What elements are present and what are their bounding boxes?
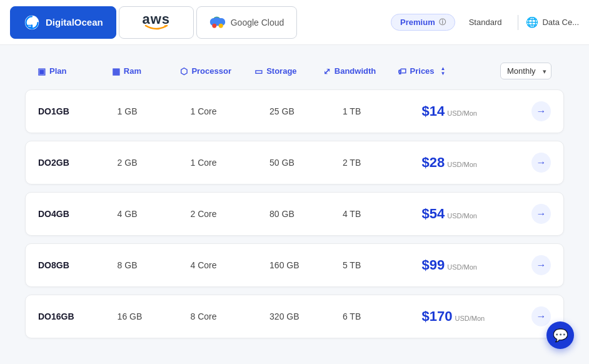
header-bandwidth-label: Bandwidth <box>335 66 376 76</box>
standard-label: Standard <box>469 18 502 27</box>
plan-details-arrow[interactable]: → <box>531 255 551 275</box>
plan-processor: 2 Core <box>190 209 269 219</box>
header-plan-label: Plan <box>49 66 66 76</box>
plan-price: $54 USD/Mon <box>422 206 531 222</box>
header-ram-label: Ram <box>124 66 141 76</box>
price-unit: USD/Mon <box>447 161 477 168</box>
plan-bandwidth: 1 TB <box>343 106 422 116</box>
data-center-button[interactable]: 🌐 Data Ce... <box>526 16 579 28</box>
data-center-label: Data Ce... <box>542 18 579 27</box>
header-storage-label: Storage <box>266 66 296 76</box>
plan-name: DO8GB <box>38 260 118 270</box>
plan-bandwidth: 5 TB <box>343 260 422 270</box>
svg-point-2 <box>212 23 216 28</box>
table-row: DO4GB 4 GB 2 Core 80 GB 4 TB $54 USD/Mon… <box>25 192 564 236</box>
plan-bandwidth: 2 TB <box>343 158 422 168</box>
prices-icon: 🏷 <box>398 66 406 76</box>
plan-ram: 16 GB <box>118 311 191 321</box>
plan-bandwidth: 6 TB <box>343 311 422 321</box>
monthly-dropdown[interactable]: Monthly Hourly Yearly <box>500 63 551 79</box>
provider-tab-googlecloud[interactable]: Google Cloud <box>196 6 298 39</box>
price-unit: USD/Mon <box>447 109 477 117</box>
plan-price: $14 USD/Mon <box>422 103 531 119</box>
bandwidth-icon: ⤢ <box>323 66 331 76</box>
plan-processor: 1 Core <box>190 106 269 116</box>
gc-label: Google Cloud <box>231 18 284 28</box>
header-prices[interactable]: 🏷 Prices ▲ ▼ <box>398 66 500 76</box>
standard-tab[interactable]: Standard <box>460 14 511 30</box>
main-content: ▣ Plan ▦ Ram ⬡ Processor ▭ Storage ⤢ Ban… <box>0 45 589 358</box>
plan-rows-container: DO1GB 1 GB 1 Core 25 GB 1 TB $14 USD/Mon… <box>25 89 564 338</box>
plan-storage: 50 GB <box>269 158 343 168</box>
price-amount: $14 <box>422 103 445 119</box>
table-row: DO1GB 1 GB 1 Core 25 GB 1 TB $14 USD/Mon… <box>25 89 564 133</box>
plan-name: DO16GB <box>38 311 118 321</box>
column-headers: ▣ Plan ▦ Ram ⬡ Processor ▭ Storage ⤢ Ban… <box>25 58 564 84</box>
plan-name: DO4GB <box>38 209 118 219</box>
monthly-selector-container: Monthly Hourly Yearly <box>500 63 551 79</box>
price-amount: $54 <box>422 206 445 222</box>
price-amount: $28 <box>422 154 445 171</box>
chat-bubble-button[interactable]: 💬 <box>546 321 574 349</box>
plan-details-arrow[interactable]: → <box>531 306 551 326</box>
premium-tab[interactable]: Premium ⓘ <box>391 14 455 31</box>
plan-processor: 4 Core <box>190 260 269 270</box>
price-unit: USD/Mon <box>447 212 477 220</box>
storage-icon: ▭ <box>254 66 263 76</box>
plan-details-arrow[interactable]: → <box>531 101 551 121</box>
header-processor-label: Processor <box>191 66 231 76</box>
plan-icon: ▣ <box>38 66 46 76</box>
header-plan: ▣ Plan <box>38 66 112 76</box>
sort-down-arrow: ▼ <box>441 71 446 76</box>
chat-icon: 💬 <box>553 328 568 343</box>
plan-ram: 8 GB <box>118 260 191 270</box>
header-prices-label: Prices <box>410 66 435 76</box>
provider-controls: Premium ⓘ Standard 🌐 Data Ce... <box>391 14 579 31</box>
plan-price: $28 USD/Mon <box>422 154 531 171</box>
provider-tab-aws[interactable]: aws <box>119 6 194 39</box>
vertical-divider <box>518 15 518 30</box>
monthly-dropdown-wrapper: Monthly Hourly Yearly <box>500 63 551 79</box>
plan-processor: 8 Core <box>190 311 269 321</box>
globe-icon: 🌐 <box>526 16 538 28</box>
plan-price: $170 USD/Mon <box>422 308 531 325</box>
plan-ram: 1 GB <box>118 106 191 116</box>
table-row: DO8GB 8 GB 4 Core 160 GB 5 TB $99 USD/Mo… <box>25 243 564 287</box>
header-bandwidth: ⤢ Bandwidth <box>323 66 398 76</box>
header-storage: ▭ Storage <box>254 66 323 76</box>
price-amount: $99 <box>422 257 445 273</box>
do-label: DigitalOcean <box>46 17 103 28</box>
price-sort-arrows: ▲ ▼ <box>441 66 446 76</box>
plan-ram: 4 GB <box>118 209 191 219</box>
plan-processor: 1 Core <box>190 158 269 168</box>
plan-ram: 2 GB <box>118 158 191 168</box>
plan-price: $99 USD/Mon <box>422 257 531 273</box>
plan-storage: 25 GB <box>269 106 343 116</box>
ram-icon: ▦ <box>112 66 120 76</box>
price-unit: USD/Mon <box>447 263 477 271</box>
plan-bandwidth: 4 TB <box>343 209 422 219</box>
plan-storage: 320 GB <box>269 311 343 321</box>
plan-details-arrow[interactable]: → <box>531 153 551 173</box>
header-processor: ⬡ Processor <box>180 66 254 76</box>
table-row: DO2GB 2 GB 1 Core 50 GB 2 TB $28 USD/Mon… <box>25 141 564 185</box>
processor-icon: ⬡ <box>180 66 188 76</box>
plan-storage: 80 GB <box>269 209 343 219</box>
header-ram: ▦ Ram <box>112 66 181 76</box>
premium-label: Premium <box>400 18 435 27</box>
provider-tab-digitalocean[interactable]: DigitalOcean <box>10 6 116 39</box>
svg-point-3 <box>218 23 223 28</box>
plan-name: DO1GB <box>38 106 118 116</box>
table-row: DO16GB 16 GB 8 Core 320 GB 6 TB $170 USD… <box>25 295 564 338</box>
info-icon: ⓘ <box>439 18 446 27</box>
plan-storage: 160 GB <box>269 260 343 270</box>
aws-smile-icon <box>144 24 168 32</box>
plan-name: DO2GB <box>38 158 118 168</box>
provider-tabs: DigitalOcean aws Google Cloud <box>0 0 589 45</box>
price-amount: $170 <box>422 308 453 325</box>
price-unit: USD/Mon <box>455 315 485 322</box>
plan-details-arrow[interactable]: → <box>531 204 551 224</box>
